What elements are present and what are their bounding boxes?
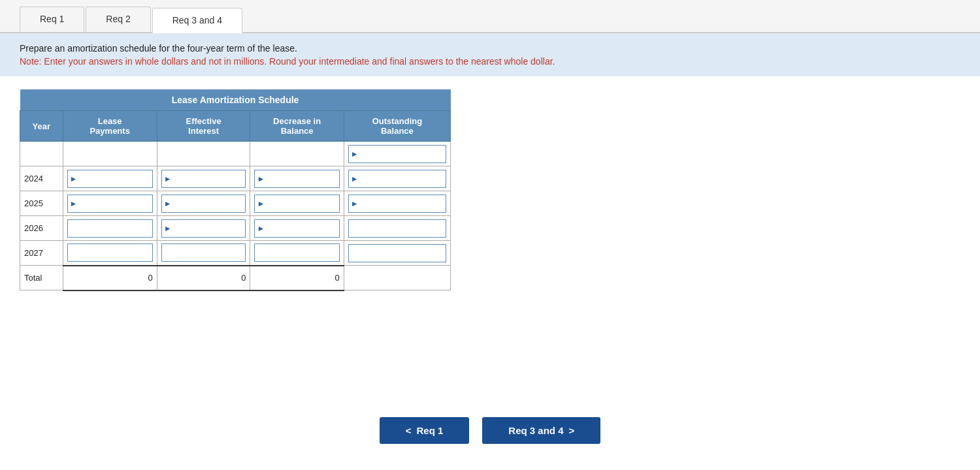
col-header-outstanding: OutstandingBalance	[344, 111, 450, 142]
col-header-decrease: Decrease inBalance	[250, 111, 344, 142]
total-label: Total	[20, 266, 63, 290]
tab-req2[interactable]: Req 2	[86, 7, 150, 32]
lease-cell-2027[interactable]	[63, 241, 157, 266]
total-decrease: 0	[250, 266, 344, 290]
outstanding-cell-2024[interactable]: ►	[344, 166, 450, 191]
table-row-2027: 2027	[20, 241, 451, 266]
instructions-main: Prepare an amortization schedule for the…	[20, 43, 960, 54]
outstanding-input-2024[interactable]	[348, 170, 446, 188]
decrease-input-2025[interactable]	[254, 195, 339, 213]
prev-arrow-icon	[406, 425, 412, 436]
outstanding-cell-2027[interactable]	[344, 241, 450, 266]
table-row-total: Total 0 0 0	[20, 266, 451, 290]
table-row-blank: ►	[20, 142, 451, 166]
table-row-2026: 2026 ► ►	[20, 216, 451, 241]
arrow-icon-2025-lease: ►	[70, 199, 78, 208]
arrow-icon-2024-interest: ►	[164, 174, 172, 183]
next-button-label: Req 3 and 4	[508, 425, 563, 436]
nav-buttons: Req 1 Req 3 and 4	[0, 404, 980, 457]
arrow-icon-2024-lease: ►	[70, 174, 78, 183]
arrow-icon-2024-outstanding: ►	[351, 174, 359, 183]
outstanding-input-2027[interactable]	[348, 244, 446, 262]
lease-cell-2024[interactable]: ►	[63, 166, 157, 191]
lease-cell-2026[interactable]	[63, 216, 157, 241]
instructions-banner: Prepare an amortization schedule for the…	[0, 33, 980, 76]
decrease-cell-2025[interactable]: ►	[250, 191, 344, 216]
table-title: Lease Amortization Schedule	[20, 89, 451, 111]
lease-cell-blank[interactable]	[63, 142, 157, 166]
table-row-2025: 2025 ► ►	[20, 191, 451, 216]
year-cell-2027: 2027	[20, 241, 63, 266]
year-cell-2026: 2026	[20, 216, 63, 241]
lease-input-2026[interactable]	[67, 219, 153, 238]
outstanding-cell-2026[interactable]	[344, 216, 450, 241]
arrow-icon-2024-decrease: ►	[257, 174, 265, 183]
lease-input-2027[interactable]	[67, 243, 153, 262]
decrease-cell-2027[interactable]	[250, 241, 344, 266]
interest-input-2026[interactable]	[161, 219, 246, 238]
lease-input-2025[interactable]	[67, 195, 153, 213]
page-container: Req 1 Req 2 Req 3 and 4 Prepare an amort…	[0, 0, 980, 470]
interest-cell-2024[interactable]: ►	[157, 166, 250, 191]
arrow-icon-blank: ►	[351, 149, 359, 159]
instructions-note: Note: Enter your answers in whole dollar…	[20, 56, 960, 67]
year-cell-blank	[20, 142, 63, 166]
interest-input-2024[interactable]	[161, 170, 246, 188]
tab-req1[interactable]: Req 1	[20, 7, 84, 32]
next-button[interactable]: Req 3 and 4	[482, 417, 600, 444]
lease-cell-2025[interactable]: ►	[63, 191, 157, 216]
outstanding-input-2025[interactable]	[348, 195, 446, 213]
table-container: Lease Amortization Schedule Year LeasePa…	[0, 76, 980, 304]
table-row-2024: 2024 ► ►	[20, 166, 451, 191]
col-header-lease: LeasePayments	[63, 111, 157, 142]
tab-req3and4[interactable]: Req 3 and 4	[152, 8, 242, 33]
year-cell-2025: 2025	[20, 191, 63, 216]
col-header-year: Year	[20, 111, 63, 142]
year-cell-2024: 2024	[20, 166, 63, 191]
decrease-cell-blank[interactable]	[250, 142, 344, 166]
interest-cell-2026[interactable]: ►	[157, 216, 250, 241]
outstanding-cell-2025[interactable]: ►	[344, 191, 450, 216]
interest-cell-blank[interactable]	[157, 142, 250, 166]
arrow-icon-2025-interest: ►	[164, 199, 172, 208]
prev-button-label: Req 1	[416, 425, 443, 436]
lease-input-2024[interactable]	[67, 170, 153, 188]
total-outstanding	[344, 266, 450, 290]
arrow-icon-2026-decrease: ►	[257, 224, 265, 233]
arrow-icon-2025-decrease: ►	[257, 199, 265, 208]
interest-cell-2025[interactable]: ►	[157, 191, 250, 216]
next-arrow-icon	[569, 425, 575, 436]
outstanding-cell-blank[interactable]: ►	[344, 142, 450, 166]
arrow-icon-2026-interest: ►	[164, 224, 172, 233]
interest-cell-2027[interactable]	[157, 241, 250, 266]
decrease-input-2024[interactable]	[254, 170, 339, 188]
outstanding-input-blank[interactable]	[348, 145, 446, 163]
arrow-icon-2025-outstanding: ►	[351, 199, 359, 208]
decrease-cell-2026[interactable]: ►	[250, 216, 344, 241]
amortization-table: Lease Amortization Schedule Year LeasePa…	[20, 89, 451, 291]
interest-input-2025[interactable]	[161, 195, 246, 213]
decrease-input-2026[interactable]	[254, 219, 339, 238]
decrease-input-2027[interactable]	[254, 243, 339, 262]
total-interest: 0	[157, 266, 250, 290]
decrease-cell-2024[interactable]: ►	[250, 166, 344, 191]
outstanding-input-2026[interactable]	[348, 219, 446, 238]
col-header-interest: EffectiveInterest	[157, 111, 250, 142]
tabs-container: Req 1 Req 2 Req 3 and 4	[0, 0, 980, 33]
total-lease: 0	[63, 266, 157, 290]
prev-button[interactable]: Req 1	[380, 417, 470, 444]
interest-input-2027[interactable]	[161, 243, 246, 262]
